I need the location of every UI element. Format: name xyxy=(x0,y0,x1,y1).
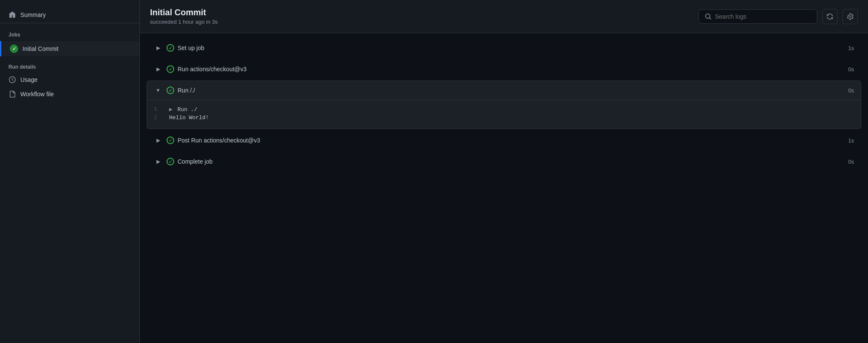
step-row-complete-job[interactable]: ▶ Complete job 0s xyxy=(147,152,861,171)
sidebar-item-initial-commit[interactable]: Initial Commit xyxy=(0,41,139,56)
refresh-button[interactable] xyxy=(822,9,837,24)
header-info: Initial Commit succeeded 1 hour ago in 3… xyxy=(150,8,218,25)
log-line: 2 Hello World! xyxy=(154,114,854,122)
log-line-number: 2 xyxy=(154,114,162,121)
settings-button[interactable] xyxy=(843,9,858,24)
step-name: Run /./ xyxy=(178,87,848,94)
main-content: Initial Commit succeeded 1 hour ago in 3… xyxy=(140,0,868,343)
step-duration: 1s xyxy=(848,45,854,51)
page-title: Initial Commit xyxy=(150,8,218,17)
step-success-icon xyxy=(167,158,174,165)
chevron-right-icon: ▶ xyxy=(154,136,162,145)
gear-icon xyxy=(847,13,854,20)
step-row-run-script[interactable]: ▼ Run /./ 0s xyxy=(147,81,861,100)
step-success-icon xyxy=(167,65,174,73)
log-line-number: 1 xyxy=(154,106,162,113)
step-name: Set up job xyxy=(178,45,848,51)
clock-icon xyxy=(8,76,16,84)
step-log-content: 1 ▶ Run ./ 2 Hello World! xyxy=(147,100,861,129)
step-duration: 0s xyxy=(848,66,854,73)
sidebar-item-usage[interactable]: Usage xyxy=(0,73,139,87)
header-actions xyxy=(698,9,858,24)
step-duration: 1s xyxy=(848,137,854,144)
step-duration: 0s xyxy=(848,87,854,94)
chevron-down-icon: ▼ xyxy=(154,86,162,95)
step-name: Post Run actions/checkout@v3 xyxy=(178,137,848,144)
search-logs-wrapper[interactable] xyxy=(698,9,817,24)
step-row-checkout[interactable]: ▶ Run actions/checkout@v3 0s xyxy=(147,59,861,79)
chevron-right-icon: ▶ xyxy=(154,65,162,73)
log-line: 1 ▶ Run ./ xyxy=(154,105,854,114)
chevron-right-icon: ▶ xyxy=(154,44,162,52)
workflow-icon xyxy=(8,90,16,98)
active-job-label: Initial Commit xyxy=(22,45,58,52)
sidebar-item-workflow-file[interactable]: Workflow file xyxy=(0,87,139,101)
sidebar-item-summary[interactable]: Summary xyxy=(0,7,139,23)
search-icon xyxy=(705,13,712,20)
step-name: Complete job xyxy=(178,158,848,165)
step-row-setup-job[interactable]: ▶ Set up job 1s xyxy=(147,38,861,58)
step-row-post-checkout[interactable]: ▶ Post Run actions/checkout@v3 1s xyxy=(147,131,861,150)
search-logs-input[interactable] xyxy=(715,13,811,20)
log-line-text: Hello World! xyxy=(169,114,209,121)
usage-label: Usage xyxy=(20,76,37,83)
step-name: Run actions/checkout@v3 xyxy=(178,66,848,73)
run-details-section-label: Run details xyxy=(0,57,139,73)
header-subtitle: succeeded 1 hour ago in 3s xyxy=(150,19,218,25)
check-circle-icon xyxy=(10,45,18,53)
chevron-right-icon: ▶ xyxy=(154,157,162,166)
step-success-icon xyxy=(167,137,174,144)
refresh-icon xyxy=(826,13,833,20)
home-icon xyxy=(8,11,16,19)
step-success-icon xyxy=(167,44,174,52)
main-header: Initial Commit succeeded 1 hour ago in 3… xyxy=(140,0,868,33)
step-duration: 0s xyxy=(848,159,854,165)
steps-list: ▶ Set up job 1s ▶ Run actions/checkout@v… xyxy=(140,33,868,343)
log-line-text: ▶ Run ./ xyxy=(169,106,197,113)
sidebar: Summary Jobs Initial Commit Run details … xyxy=(0,0,140,343)
step-success-icon xyxy=(167,86,174,94)
workflow-file-label: Workflow file xyxy=(20,91,54,98)
sidebar-summary-label: Summary xyxy=(20,11,46,18)
jobs-section-label: Jobs xyxy=(0,28,139,40)
